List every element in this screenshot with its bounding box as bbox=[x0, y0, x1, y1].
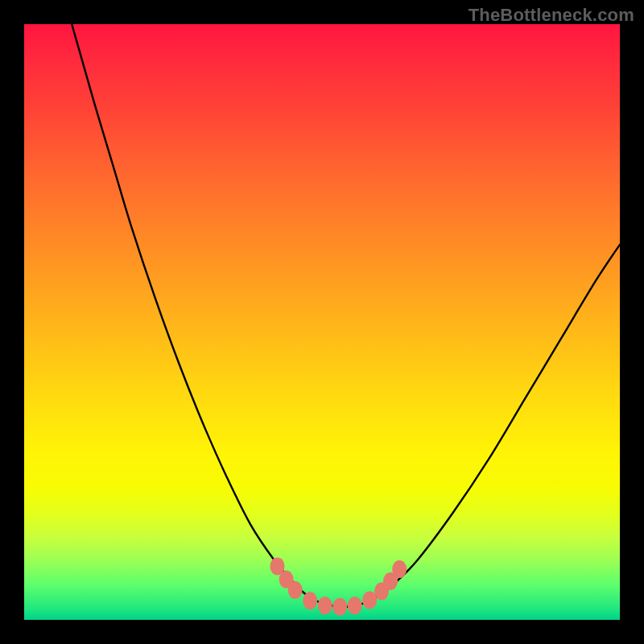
curve-markers bbox=[270, 557, 407, 615]
bottleneck-curve bbox=[72, 24, 620, 607]
plot-area bbox=[24, 24, 620, 620]
curve-marker bbox=[348, 597, 362, 614]
chart-frame: TheBottleneck.com bbox=[0, 0, 644, 644]
curve-marker bbox=[288, 581, 303, 599]
curve-marker bbox=[318, 597, 332, 614]
curve-marker bbox=[392, 560, 407, 578]
curve-marker bbox=[303, 592, 317, 609]
watermark-text: TheBottleneck.com bbox=[469, 5, 634, 26]
curve-svg bbox=[24, 24, 620, 620]
curve-marker bbox=[332, 598, 347, 616]
